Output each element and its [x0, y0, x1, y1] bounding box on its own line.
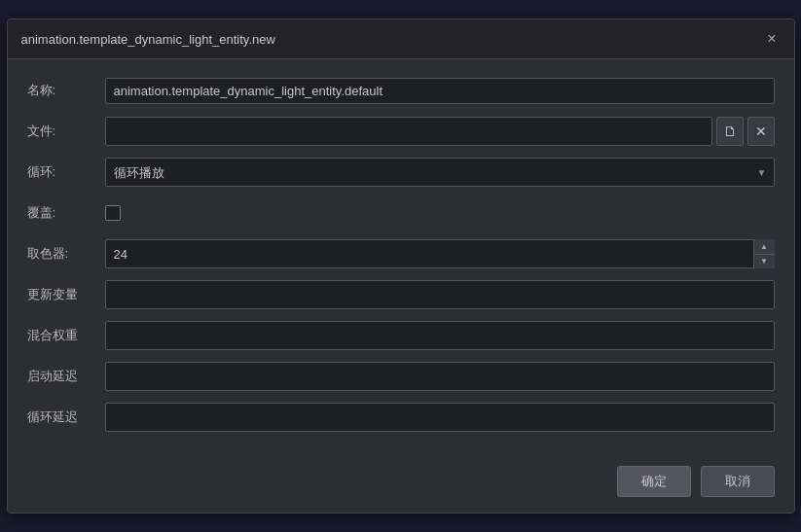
loop-select[interactable]: 循环播放 不循环 保持 — [105, 158, 775, 187]
loop-row: 循环: 循环播放 不循环 保持 ▼ — [27, 157, 775, 188]
loop-delay-input[interactable] — [105, 403, 775, 432]
start-delay-input[interactable] — [105, 362, 775, 391]
cancel-button[interactable]: 取消 — [701, 466, 775, 497]
update-var-input[interactable] — [105, 280, 775, 309]
name-control — [105, 78, 775, 104]
name-row: 名称: — [27, 75, 775, 106]
dialog-title: animation.template_dynamic_light_entity.… — [21, 32, 275, 47]
name-label: 名称: — [27, 82, 105, 99]
file-input[interactable] — [105, 117, 712, 146]
file-clear-icon: ✕ — [755, 124, 767, 139]
color-spinner-down[interactable]: ▼ — [754, 255, 775, 269]
color-spinner-buttons: ▲ ▼ — [753, 239, 775, 268]
blend-weight-control — [105, 321, 775, 350]
overlay-checkbox[interactable] — [105, 205, 121, 221]
dialog-content: 名称: 文件: 🗋 ✕ 循环: — [8, 59, 794, 454]
start-delay-control — [105, 362, 775, 391]
file-row: 文件: 🗋 ✕ — [27, 116, 775, 147]
close-button[interactable]: × — [763, 29, 780, 49]
loop-control: 循环播放 不循环 保持 ▼ — [105, 158, 775, 187]
loop-label: 循环: — [27, 163, 105, 181]
file-label: 文件: — [27, 123, 105, 140]
blend-weight-label: 混合权重 — [27, 327, 105, 344]
color-spinner-up[interactable]: ▲ — [754, 239, 775, 255]
loop-delay-label: 循环延迟 — [27, 408, 105, 426]
update-var-row: 更新变量 — [27, 279, 775, 310]
start-delay-label: 启动延迟 — [27, 368, 105, 385]
loop-delay-control — [105, 403, 775, 432]
update-var-label: 更新变量 — [27, 286, 105, 303]
file-clear-button[interactable]: ✕ — [747, 117, 775, 146]
confirm-button[interactable]: 确定 — [617, 466, 691, 497]
blend-weight-row: 混合权重 — [27, 320, 775, 351]
file-browse-icon: 🗋 — [723, 124, 737, 139]
file-browse-button[interactable]: 🗋 — [716, 117, 744, 146]
overlay-control — [105, 205, 775, 221]
color-label: 取色器: — [27, 245, 105, 263]
color-row: 取色器: ▲ ▼ — [27, 238, 775, 269]
color-control: ▲ ▼ — [105, 239, 775, 268]
dialog: animation.template_dynamic_light_entity.… — [7, 18, 795, 514]
file-input-group: 🗋 ✕ — [105, 117, 775, 146]
overlay-row: 覆盖: — [27, 197, 775, 229]
title-bar: animation.template_dynamic_light_entity.… — [8, 19, 794, 59]
color-spinner-wrap: ▲ ▼ — [105, 239, 775, 268]
loop-delay-row: 循环延迟 — [27, 402, 775, 433]
overlay-checkbox-wrap — [105, 205, 775, 221]
loop-select-wrapper: 循环播放 不循环 保持 ▼ — [105, 158, 775, 187]
color-input[interactable] — [105, 239, 775, 268]
name-input[interactable] — [105, 78, 775, 104]
update-var-control — [105, 280, 775, 309]
start-delay-row: 启动延迟 — [27, 361, 775, 392]
file-control: 🗋 ✕ — [105, 117, 775, 146]
overlay-label: 覆盖: — [27, 204, 105, 222]
blend-weight-input[interactable] — [105, 321, 775, 350]
dialog-footer: 确定 取消 — [8, 454, 794, 513]
